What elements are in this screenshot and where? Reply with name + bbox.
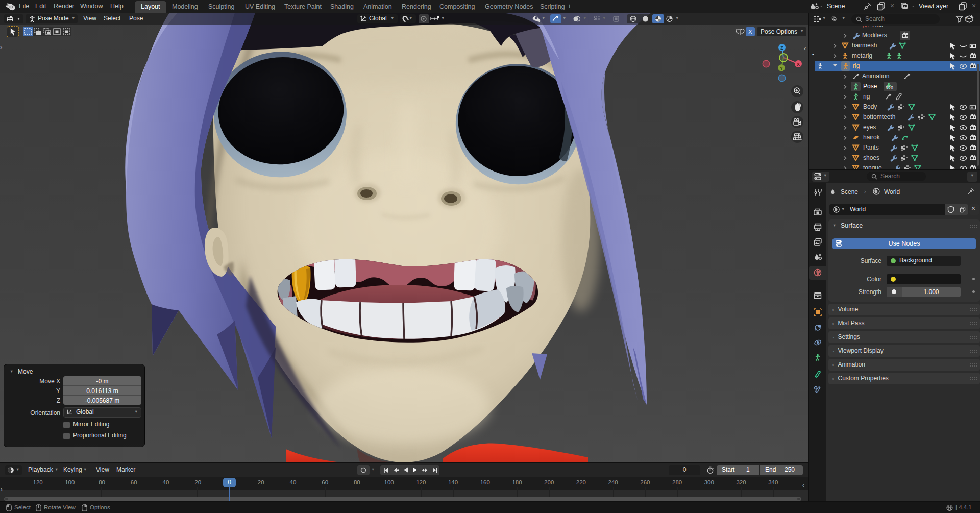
svg-text:X: X	[797, 62, 800, 67]
svg-text:Z: Z	[780, 45, 783, 51]
svg-text:Y: Y	[780, 66, 783, 71]
